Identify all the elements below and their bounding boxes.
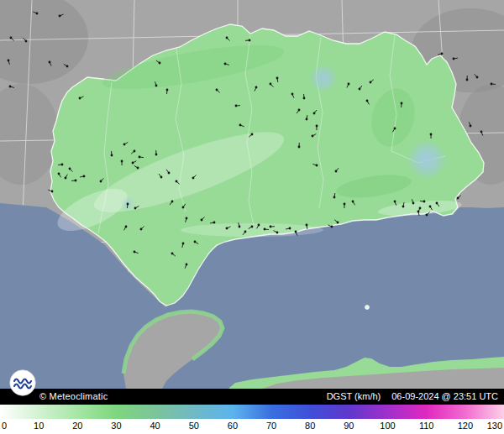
scale-tick-label: 130 <box>487 421 502 431</box>
scale-tick-label: 80 <box>305 421 315 431</box>
scale-tick-label: 40 <box>150 421 160 431</box>
product-group: DGST (km/h) 06-09-2024 @ 23:51 UTC <box>327 389 498 404</box>
alboran-island <box>365 306 370 310</box>
scale-tick-label: 60 <box>228 421 238 431</box>
scale-tick-label: 100 <box>380 421 395 431</box>
color-scale-bar <box>0 404 504 419</box>
footer-bar: © Meteoclimatic DGST (km/h) 06-09-2024 @… <box>0 389 504 404</box>
copyright-text: © Meteoclimatic <box>39 389 108 404</box>
product-label: DGST (km/h) <box>327 389 381 404</box>
scale-tick-label: 110 <box>419 421 434 431</box>
scale-tick-label: 0 <box>2 421 7 431</box>
scale-tick-label: 10 <box>34 421 44 431</box>
meteoclimatic-logo <box>9 369 36 396</box>
scale-tick-label: 30 <box>111 421 121 431</box>
timestamp-label: 06-09-2024 @ 23:51 UTC <box>391 389 498 404</box>
scale-tick-label: 20 <box>72 421 82 431</box>
scale-tick-label: 70 <box>266 421 276 431</box>
weather-map-screen: © Meteoclimatic DGST (km/h) 06-09-2024 @… <box>0 0 504 434</box>
scale-tick-label: 120 <box>458 421 473 431</box>
scale-tick-label: 50 <box>189 421 199 431</box>
color-scale-labels: 0102030405060708090100110120130 <box>0 419 504 434</box>
scale-tick-label: 90 <box>344 421 354 431</box>
weather-map <box>0 0 504 389</box>
